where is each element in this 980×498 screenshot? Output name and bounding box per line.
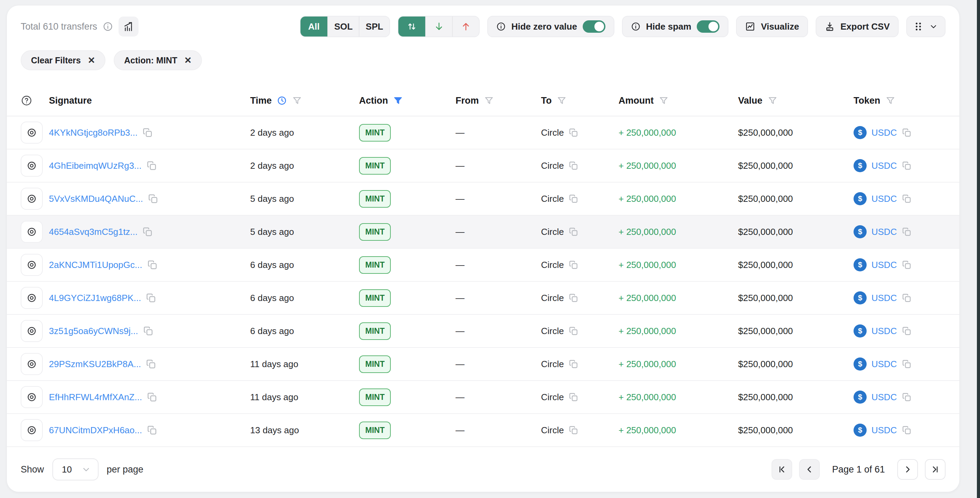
to-account-link[interactable]: Circle — [541, 160, 564, 171]
to-account-link[interactable]: Circle — [541, 392, 564, 403]
signature-link[interactable]: 2aKNCJMTi1UpopGc... — [49, 260, 142, 270]
info-icon[interactable] — [103, 21, 113, 32]
hide-zero-value-switch[interactable] — [583, 20, 605, 33]
filter-icon[interactable] — [885, 95, 896, 106]
signature-link[interactable]: 5VxVsKMDu4QANuC... — [49, 193, 143, 204]
preview-eye-button[interactable] — [21, 386, 43, 408]
signature-link[interactable]: 4L9GYCiZJ1wg68PK... — [49, 293, 141, 303]
copy-icon[interactable] — [148, 193, 158, 204]
signature-link[interactable]: 4KYkNGtjcg8oRPb3... — [49, 127, 137, 138]
copy-icon[interactable] — [143, 326, 153, 336]
last-page-button[interactable] — [925, 459, 945, 480]
signature-link[interactable]: 67UNCitmDXPxH6ao... — [49, 425, 142, 436]
more-options-button[interactable] — [906, 16, 945, 37]
copy-icon[interactable] — [569, 359, 578, 369]
copy-icon[interactable] — [569, 128, 578, 137]
filter-active-icon[interactable] — [393, 95, 403, 106]
to-account-link[interactable]: Circle — [541, 193, 564, 204]
copy-icon[interactable] — [146, 160, 157, 171]
copy-icon[interactable] — [902, 128, 912, 137]
filter-icon[interactable] — [484, 95, 494, 106]
copy-icon[interactable] — [146, 293, 156, 303]
tab-all[interactable]: All — [301, 16, 327, 36]
copy-icon[interactable] — [902, 260, 912, 270]
hide-zero-value-toggle-button[interactable]: Hide zero value — [487, 16, 614, 37]
filter-icon[interactable] — [767, 95, 778, 106]
clock-icon[interactable] — [277, 95, 287, 106]
preview-eye-button[interactable] — [21, 221, 43, 243]
token-link[interactable]: USDC — [872, 392, 897, 403]
preview-eye-button[interactable] — [21, 155, 43, 177]
signature-link[interactable]: 4GhEibeimqWUzRg3... — [49, 160, 142, 171]
direction-out-button[interactable] — [452, 16, 479, 36]
help-icon[interactable] — [21, 95, 32, 106]
first-page-button[interactable] — [772, 459, 792, 480]
preview-eye-button[interactable] — [21, 122, 43, 144]
copy-icon[interactable] — [142, 127, 153, 138]
signature-link[interactable]: 29PSzmKSU2BkP8A... — [49, 359, 141, 370]
hide-spam-switch[interactable] — [697, 20, 719, 33]
copy-icon[interactable] — [569, 227, 578, 236]
copy-icon[interactable] — [902, 359, 912, 369]
to-account-link[interactable]: Circle — [541, 326, 564, 336]
token-link[interactable]: USDC — [872, 160, 897, 171]
token-link[interactable]: USDC — [872, 227, 897, 237]
preview-eye-button[interactable] — [21, 287, 43, 309]
copy-icon[interactable] — [569, 392, 578, 402]
copy-icon[interactable] — [147, 260, 158, 270]
copy-icon[interactable] — [569, 161, 578, 170]
transfers-chart-button[interactable] — [119, 16, 138, 36]
to-account-link[interactable]: Circle — [541, 127, 564, 138]
preview-eye-button[interactable] — [21, 353, 43, 375]
export-csv-button[interactable]: Export CSV — [816, 16, 899, 37]
copy-icon[interactable] — [902, 194, 912, 203]
token-link[interactable]: USDC — [872, 260, 897, 270]
to-account-link[interactable]: Circle — [541, 227, 564, 237]
preview-eye-button[interactable] — [21, 419, 43, 441]
token-link[interactable]: USDC — [872, 359, 897, 370]
token-link[interactable]: USDC — [872, 127, 897, 138]
to-account-link[interactable]: Circle — [541, 425, 564, 436]
filter-chip-action-mint[interactable]: Action: MINT ✕ — [114, 50, 202, 70]
copy-icon[interactable] — [902, 293, 912, 303]
filter-icon[interactable] — [557, 95, 567, 106]
close-icon[interactable]: ✕ — [88, 55, 95, 66]
copy-icon[interactable] — [142, 227, 153, 237]
copy-icon[interactable] — [569, 194, 578, 203]
page-size-select[interactable]: 10 — [52, 458, 99, 481]
next-page-button[interactable] — [897, 459, 918, 480]
close-icon[interactable]: ✕ — [184, 55, 192, 66]
token-link[interactable]: USDC — [872, 193, 897, 204]
direction-both-button[interactable] — [398, 16, 425, 36]
page-scrollbar[interactable] — [977, 0, 980, 498]
signature-link[interactable]: 4654aSvq3mC5g1tz... — [49, 227, 137, 237]
copy-icon[interactable] — [902, 392, 912, 402]
token-link[interactable]: USDC — [872, 293, 897, 303]
preview-eye-button[interactable] — [21, 254, 43, 276]
copy-icon[interactable] — [569, 260, 578, 270]
visualize-button[interactable]: Visualize — [736, 16, 808, 37]
to-account-link[interactable]: Circle — [541, 260, 564, 270]
tab-sol[interactable]: SOL — [327, 16, 359, 36]
copy-icon[interactable] — [146, 359, 156, 369]
copy-icon[interactable] — [569, 326, 578, 336]
to-account-link[interactable]: Circle — [541, 359, 564, 370]
copy-icon[interactable] — [902, 326, 912, 336]
copy-icon[interactable] — [902, 227, 912, 236]
copy-icon[interactable] — [902, 161, 912, 170]
copy-icon[interactable] — [569, 293, 578, 303]
copy-icon[interactable] — [902, 425, 912, 435]
tab-spl[interactable]: SPL — [359, 16, 390, 36]
copy-icon[interactable] — [147, 392, 157, 402]
signature-link[interactable]: EfHhRFWL4rMfXAnZ... — [49, 392, 142, 403]
copy-icon[interactable] — [569, 425, 578, 435]
to-account-link[interactable]: Circle — [541, 293, 564, 303]
prev-page-button[interactable] — [799, 459, 820, 480]
direction-in-button[interactable] — [425, 16, 452, 36]
preview-eye-button[interactable] — [21, 188, 43, 210]
token-link[interactable]: USDC — [872, 425, 897, 436]
clear-filters-chip[interactable]: Clear Filters ✕ — [21, 50, 105, 70]
hide-spam-toggle-button[interactable]: Hide spam — [622, 16, 729, 37]
token-link[interactable]: USDC — [872, 326, 897, 336]
copy-icon[interactable] — [147, 425, 157, 435]
